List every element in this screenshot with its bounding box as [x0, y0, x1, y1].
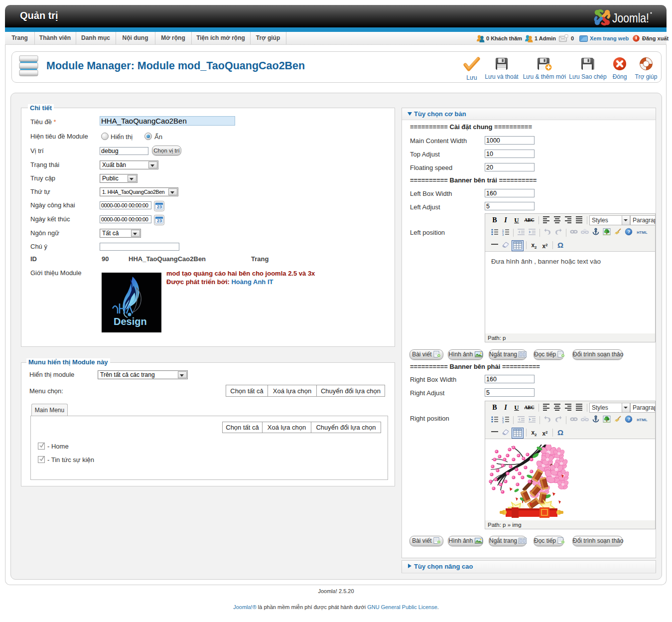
svg-text:?: ? [628, 416, 631, 422]
svg-text:?: ? [628, 229, 631, 234]
svg-text:23: 23 [157, 204, 162, 209]
svg-text:Design: Design [114, 316, 147, 327]
svg-text:3: 3 [502, 233, 504, 236]
svg-text:3: 3 [502, 420, 504, 423]
svg-text:Joomla!: Joomla! [612, 11, 649, 25]
svg-text:23: 23 [157, 218, 162, 223]
